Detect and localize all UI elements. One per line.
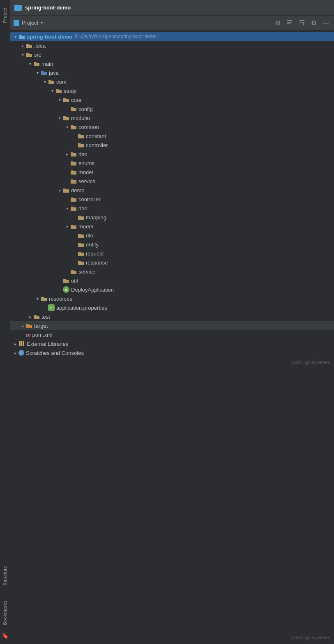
- folder-icon: [33, 313, 40, 320]
- tree-item[interactable]: enums: [10, 159, 334, 168]
- expand-arrow[interactable]: [64, 152, 70, 156]
- expand-arrow[interactable]: [19, 44, 26, 48]
- tree-item[interactable]: constant: [10, 131, 334, 140]
- collapse-arrow[interactable]: [64, 125, 70, 129]
- folder-icon: [78, 250, 84, 257]
- spring-icon: S: [63, 286, 69, 293]
- tree-item-label: External Libraries: [27, 341, 68, 347]
- tree-item-label: util: [71, 278, 78, 284]
- tree-item[interactable]: java: [10, 68, 334, 77]
- tree-item[interactable]: model: [10, 168, 334, 177]
- tree-item[interactable]: ⌂Scratches and Consoles: [10, 348, 334, 357]
- tree-item[interactable]: src: [10, 50, 334, 59]
- tree-item[interactable]: demo: [10, 186, 334, 195]
- tree-item[interactable]: response: [10, 258, 334, 267]
- folder-icon: [33, 60, 40, 67]
- resources-folder-icon: [41, 295, 47, 302]
- tree-item[interactable]: External Libraries: [10, 339, 334, 348]
- collapse-arrow[interactable]: [56, 116, 63, 120]
- tree-item[interactable]: mapping: [10, 213, 334, 222]
- folder-icon: [55, 87, 62, 94]
- folder-icon: [78, 232, 84, 239]
- tree-item-label: constant: [86, 133, 106, 139]
- tree-item-label: dao: [78, 151, 88, 157]
- folder-icon: [78, 142, 84, 148]
- tree-item[interactable]: dto: [10, 231, 334, 240]
- tree-item[interactable]: entity: [10, 240, 334, 249]
- crosshair-btn[interactable]: ⊕: [274, 18, 282, 28]
- tree-item[interactable]: study: [10, 86, 334, 95]
- expand-arrow[interactable]: [27, 315, 33, 319]
- tree-item-label: study: [64, 88, 76, 94]
- collapse-arrow[interactable]: [34, 297, 41, 301]
- app-icon: [14, 5, 22, 11]
- tree-item[interactable]: modular: [10, 113, 334, 122]
- tree-item[interactable]: controller: [10, 140, 334, 150]
- tree-item-label: pom.xml: [32, 332, 53, 338]
- panel-title: Project: [22, 20, 38, 26]
- tree-item[interactable]: util: [10, 276, 334, 285]
- tree-item[interactable]: Papplication.properties: [10, 303, 334, 312]
- tree-item[interactable]: main: [10, 59, 334, 68]
- sidebar-tab-project[interactable]: Project: [1, 4, 9, 26]
- folder-icon: [63, 187, 69, 193]
- tree-item-label: mapping: [86, 214, 106, 221]
- expand-arrow[interactable]: [12, 342, 18, 346]
- tree-item[interactable]: SDeployApplication: [10, 285, 334, 294]
- tree-item[interactable]: service: [10, 177, 334, 186]
- watermark: CSDN @Leijieeeee: [10, 357, 334, 367]
- folder-icon: [78, 133, 84, 139]
- sidebar-tab-structure[interactable]: Structure: [1, 562, 9, 589]
- expand-all-btn[interactable]: [297, 18, 307, 28]
- collapse-arrow[interactable]: [12, 34, 18, 39]
- expand-arrow[interactable]: [12, 351, 18, 355]
- tree-item[interactable]: common: [10, 122, 334, 131]
- sidebar-tab-bookmarks[interactable]: Bookmarks: [1, 597, 9, 628]
- left-sidebar: Project Structure Bookmarks 🔖: [0, 0, 10, 644]
- tree-item[interactable]: spring-boot-demoE:\JavaWorkSpace\spring-…: [10, 32, 334, 41]
- collapse-arrow[interactable]: [49, 89, 55, 93]
- collapse-arrow[interactable]: [64, 206, 70, 211]
- tree-item[interactable]: service: [10, 267, 334, 276]
- collapse-arrow[interactable]: [64, 224, 70, 229]
- collapse-arrow[interactable]: [56, 98, 63, 102]
- minimize-btn[interactable]: —: [321, 18, 331, 28]
- tree-item-label: service: [78, 178, 95, 184]
- tree-item[interactable]: .idea: [10, 41, 334, 50]
- tree-item[interactable]: controller: [10, 195, 334, 204]
- tree-item[interactable]: core: [10, 95, 334, 104]
- collapse-arrow[interactable]: [27, 62, 33, 66]
- target-folder-icon: [26, 322, 32, 329]
- tree-item[interactable]: mpom.xml: [10, 330, 334, 339]
- tree-item-label: test: [41, 314, 50, 320]
- collapse-arrow[interactable]: [41, 80, 48, 84]
- tree-item[interactable]: dao: [10, 204, 334, 213]
- tree-item[interactable]: test: [10, 312, 334, 321]
- tree-item-label: Scratches and Consoles: [26, 350, 84, 356]
- tree-item[interactable]: com: [10, 77, 334, 86]
- collapse-all-btn[interactable]: [285, 18, 295, 28]
- window-title: spring-boot-demo: [25, 5, 71, 11]
- tree-item[interactable]: request: [10, 249, 334, 258]
- panel-dropdown-arrow[interactable]: ▾: [41, 20, 43, 25]
- tree-item[interactable]: resources: [10, 294, 334, 303]
- folder-icon: [70, 151, 77, 157]
- tree-item-label: core: [71, 97, 81, 103]
- folder-icon: [70, 160, 77, 166]
- tree-item[interactable]: config: [10, 104, 334, 113]
- tree-item[interactable]: model: [10, 222, 334, 231]
- folder-icon: [78, 241, 84, 248]
- tree-item-label: main: [41, 61, 53, 67]
- collapse-arrow[interactable]: [56, 188, 63, 193]
- expand-arrow[interactable]: [19, 324, 26, 328]
- tree-item-label: modular: [71, 115, 90, 121]
- tree-item[interactable]: target: [10, 321, 334, 330]
- collapse-arrow[interactable]: [34, 71, 41, 75]
- tree-item-label: demo: [71, 187, 85, 193]
- collapse-arrow[interactable]: [19, 53, 26, 57]
- tree-item-label: com: [56, 79, 67, 85]
- settings-btn[interactable]: ⚙: [309, 18, 318, 28]
- tree-item[interactable]: dao: [10, 150, 334, 159]
- source-folder-icon: [41, 69, 47, 76]
- tree-item-label: dao: [78, 205, 88, 212]
